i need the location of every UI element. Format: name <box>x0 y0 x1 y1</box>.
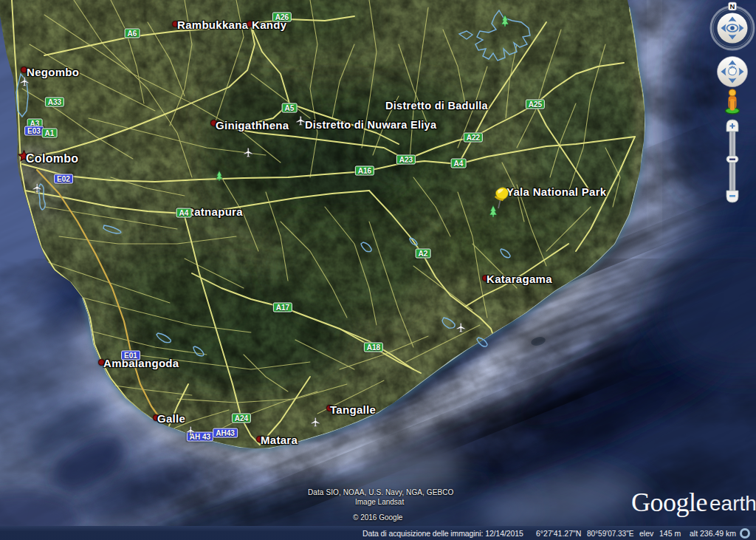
svg-text:N: N <box>730 2 735 10</box>
